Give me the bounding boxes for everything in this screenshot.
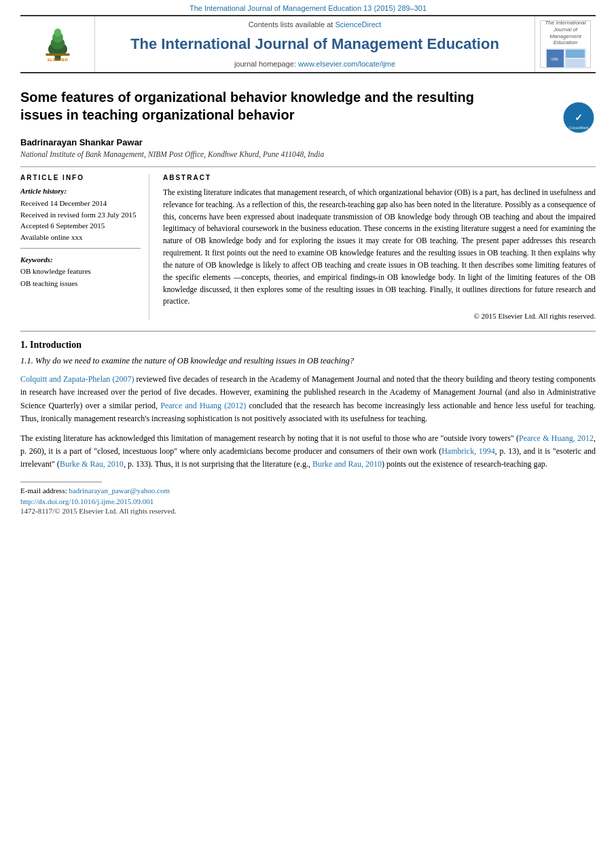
journal-homepage-line: journal homepage: www.elsevier.com/locat… <box>105 60 525 68</box>
received-date-2: Received in revised form 23 July 2015 <box>20 209 141 221</box>
article-main: ✓ CrossMark Some features of organizatio… <box>0 88 616 515</box>
copyright-notice: © 2015 Elsevier Ltd. All rights reserved… <box>163 312 596 320</box>
journal-title: The International Journal of Management … <box>105 35 525 53</box>
email-label: E-mail address: <box>20 486 69 495</box>
burke-rau-link-1[interactable]: Burke & Rau, 2010 <box>60 459 124 469</box>
colquitt-link[interactable]: Colquitt and Zapata-Phelan (2007) <box>20 374 134 384</box>
hambrick-link[interactable]: Hambrick, 1994 <box>441 446 495 456</box>
history-label: Article history: <box>20 187 141 195</box>
contents-available-line: Contents lists available at ScienceDirec… <box>105 20 525 29</box>
elsevier-tree-icon: ELSEVIER <box>34 26 81 63</box>
svg-rect-9 <box>566 50 585 58</box>
footnote-divider <box>20 482 102 482</box>
journal-header: ELSEVIER Contents lists available at Sci… <box>20 15 596 73</box>
intro-heading: 1. Introduction <box>20 340 596 351</box>
right-logo-title: The International Journal of Management … <box>543 20 588 46</box>
keyword-1: OB knowledge features <box>20 266 141 278</box>
article-info-label: ARTICLE INFO <box>20 174 141 181</box>
abstract-label: ABSTRACT <box>163 174 596 181</box>
svg-rect-5 <box>46 53 69 56</box>
abstract-text: The existing literature indicates that m… <box>163 187 596 308</box>
svg-text:✓: ✓ <box>575 112 583 123</box>
burke-rau-link-2[interactable]: Burke and Rau, 2010 <box>312 459 382 469</box>
svg-rect-10 <box>566 59 585 67</box>
right-logo-image: IJME <box>545 48 586 69</box>
crossmark-badge[interactable]: ✓ CrossMark <box>562 101 596 137</box>
intro-subheading: 1.1. Why do we need to examine the natur… <box>20 356 596 366</box>
crossmark-icon: ✓ CrossMark <box>562 101 596 135</box>
intro-divider <box>20 331 596 332</box>
svg-text:CrossMark: CrossMark <box>568 126 589 130</box>
article-info-column: ARTICLE INFO Article history: Received 1… <box>20 174 149 320</box>
journal-logo-right: The International Journal of Management … <box>535 16 596 72</box>
svg-text:ELSEVIER: ELSEVIER <box>47 57 68 62</box>
author-affiliation: National Institute of Bank Management, N… <box>20 150 596 158</box>
pearce-huang-link[interactable]: Pearce & Huang, 2012 <box>519 433 594 443</box>
keyword-2: OB teaching issues <box>20 278 141 290</box>
elsevier-logo-area: ELSEVIER <box>20 16 95 72</box>
svg-point-4 <box>54 28 61 36</box>
sciencedirect-link[interactable]: ScienceDirect <box>335 20 381 29</box>
footnote-doi[interactable]: http://dx.doi.org/10.1016/j.ijme.2015.09… <box>20 497 596 505</box>
article-info-abstract-section: ARTICLE INFO Article history: Received 1… <box>20 174 596 320</box>
article-title: Some features of organizational behavior… <box>20 88 482 124</box>
author-name: Badrinarayan Shankar Pawar <box>20 137 596 147</box>
keywords-label: Keywords: <box>20 255 141 264</box>
abstract-column: ABSTRACT The existing literature indicat… <box>163 174 596 320</box>
intro-paragraph-1: Colquitt and Zapata-Phelan (2007) review… <box>20 373 596 425</box>
journal-homepage-link[interactable]: www.elsevier.com/locate/ijme <box>298 60 395 68</box>
header-divider <box>20 166 596 167</box>
keywords-divider <box>20 248 141 249</box>
footnote-email-line: E-mail address: badrinarayan_pawar@yahoo… <box>20 486 596 495</box>
journal-reference-link[interactable]: The International Journal of Management … <box>189 4 427 12</box>
svg-text:IJME: IJME <box>551 57 559 61</box>
available-online: Available online xxx <box>20 232 141 243</box>
intro-paragraph-2: The existing literature has acknowledged… <box>20 432 596 471</box>
received-date-1: Received 14 December 2014 <box>20 198 141 209</box>
footnote-rights: 1472-8117/© 2015 Elsevier Ltd. All right… <box>20 507 596 515</box>
pearce-link[interactable]: Pearce and Huang (2012) <box>160 401 246 410</box>
accepted-date: Accepted 6 September 2015 <box>20 220 141 232</box>
journal-center-info: Contents lists available at ScienceDirec… <box>95 16 535 72</box>
email-link[interactable]: badrinarayan_pawar@yahoo.com <box>69 486 169 495</box>
